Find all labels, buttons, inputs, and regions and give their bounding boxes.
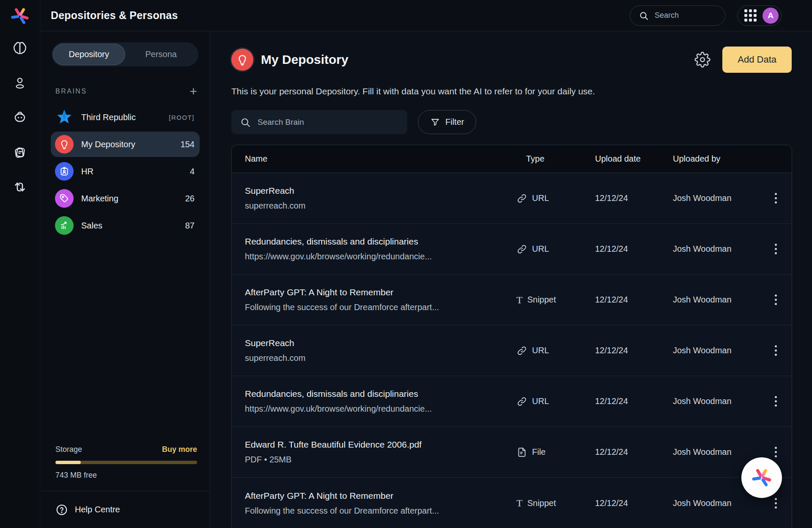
table-header: Name Type Upload date Uploaded by: [232, 145, 792, 173]
data-table: Name Type Upload date Uploaded by SuperR…: [231, 145, 792, 528]
brain-name: Sales: [81, 221, 178, 231]
storage-progress-bar: [55, 461, 197, 464]
avatar[interactable]: A: [763, 8, 779, 24]
top-bar: Depositories & Personas A: [40, 0, 812, 31]
star-icon: [55, 108, 74, 126]
table-row[interactable]: Edward R. Tufte Beautiful Evidence 2006.…: [232, 427, 792, 478]
brain-item-my-depository[interactable]: My Depository 154: [51, 132, 200, 157]
tab-persona[interactable]: Persona: [125, 44, 198, 65]
col-name: Name: [245, 154, 516, 164]
app-logo-icon[interactable]: [9, 5, 31, 27]
text-snippet-icon: T: [516, 498, 523, 508]
row-menu-button[interactable]: [769, 393, 782, 410]
row-type: Snippet: [527, 295, 556, 305]
col-uploaded-by: Uploaded by: [673, 154, 769, 164]
col-type: Type: [516, 154, 595, 164]
row-menu-button[interactable]: [769, 443, 782, 461]
table-row[interactable]: Redundancies, dismissals and disciplinar…: [232, 224, 792, 275]
brain-search[interactable]: [231, 110, 407, 134]
brain-name: Third Republic: [81, 113, 161, 122]
row-date: 12/12/24: [595, 295, 673, 305]
row-type: URL: [532, 396, 549, 406]
apps-grid-icon[interactable]: [744, 9, 757, 22]
row-title: AfterParty GPT: A Night to Remember: [245, 491, 516, 501]
depository-lightbulb-icon: [231, 49, 253, 71]
row-subtitle: PDF • 25MB: [245, 455, 516, 465]
row-menu-button[interactable]: [769, 291, 782, 308]
depository-title: My Depository: [261, 52, 348, 67]
row-title: Redundancies, dismissals and disciplinar…: [245, 389, 516, 399]
funnel-icon: [430, 117, 440, 127]
help-centre-button[interactable]: Help Centre: [41, 491, 210, 528]
row-uploaded-by: Josh Woodman: [673, 193, 769, 203]
add-data-button[interactable]: Add Data: [722, 47, 792, 73]
text-snippet-icon: T: [516, 295, 523, 305]
brain-count: 4: [190, 167, 195, 176]
brain-count: 26: [185, 194, 195, 204]
storage-label: Storage: [55, 445, 82, 454]
row-type: Snippet: [527, 498, 556, 508]
row-date: 12/12/24: [595, 447, 673, 457]
lightbulb-icon: [55, 135, 74, 154]
personas-nav-icon[interactable]: [11, 74, 29, 92]
brain-item-marketing[interactable]: Marketing 26: [51, 186, 200, 211]
row-type: URL: [532, 346, 549, 355]
mode-toggle: Depository Persona: [52, 42, 198, 66]
filter-button[interactable]: Filter: [418, 110, 476, 134]
account-pill: A: [737, 6, 782, 26]
brain-item-third-republic[interactable]: Third Republic [ROOT]: [51, 104, 200, 130]
row-uploaded-by: Josh Woodman: [673, 295, 769, 305]
tag-icon: [55, 189, 74, 208]
row-subtitle: superreach.com: [245, 201, 516, 211]
table-row[interactable]: AfterParty GPT: A Night to Remember Foll…: [232, 275, 792, 325]
brains-section-label: BRAINS: [55, 88, 87, 95]
row-menu-button[interactable]: [769, 240, 782, 258]
cards-nav-icon[interactable]: [11, 143, 29, 162]
tab-depository[interactable]: Depository: [53, 44, 125, 65]
row-subtitle: superreach.com: [245, 353, 516, 363]
table-row[interactable]: Redundancies, dismissals and disciplinar…: [232, 376, 792, 427]
page-title: Depositories & Personas: [51, 9, 178, 22]
buy-more-link[interactable]: Buy more: [162, 445, 197, 454]
row-title: Edward R. Tufte Beautiful Evidence 2006.…: [245, 440, 516, 450]
app-logo-icon: [751, 467, 772, 488]
brain-count: 87: [185, 221, 195, 231]
row-type: URL: [532, 244, 549, 254]
brain-item-hr[interactable]: HR 4: [51, 159, 200, 184]
link-icon: [516, 345, 527, 356]
brain-name: HR: [81, 167, 182, 176]
row-subtitle: https://www.gov.uk/browse/working/redund…: [245, 404, 516, 414]
table-row[interactable]: SuperReach superreach.com URL 12/12/24 J…: [232, 325, 792, 376]
table-row[interactable]: SuperReach superreach.com URL 12/12/24 J…: [232, 173, 792, 224]
brain-name: Marketing: [81, 194, 178, 204]
brain-item-sales[interactable]: Sales 87: [51, 213, 200, 238]
sync-nav-icon[interactable]: [11, 178, 29, 196]
row-title: SuperReach: [245, 186, 516, 196]
brain-search-input[interactable]: [258, 118, 393, 127]
row-menu-button[interactable]: [769, 190, 782, 207]
table-row[interactable]: AfterParty GPT: A Night to Remember Foll…: [232, 478, 792, 528]
file-icon: [516, 447, 527, 458]
bot-nav-icon[interactable]: [11, 108, 29, 127]
row-date: 12/12/24: [595, 498, 673, 508]
gear-icon[interactable]: [694, 52, 710, 68]
storage-panel: Storage Buy more 743 MB free: [55, 445, 197, 491]
help-icon: [55, 503, 68, 516]
filter-label: Filter: [445, 117, 464, 127]
global-search[interactable]: [630, 6, 725, 26]
assistant-fab[interactable]: [741, 457, 782, 498]
search-icon: [639, 11, 649, 21]
add-brain-button[interactable]: +: [189, 85, 197, 98]
main-panel: My Depository Add Data This is your pers…: [211, 31, 812, 528]
global-search-input[interactable]: [655, 11, 714, 20]
row-uploaded-by: Josh Woodman: [673, 447, 769, 457]
row-menu-button[interactable]: [769, 342, 782, 359]
row-date: 12/12/24: [595, 346, 673, 355]
brains-nav-icon[interactable]: [11, 39, 29, 58]
row-uploaded-by: Josh Woodman: [673, 498, 769, 508]
link-icon: [516, 396, 527, 407]
row-type: File: [532, 447, 546, 457]
row-menu-button[interactable]: [769, 495, 782, 512]
id-badge-icon: [55, 162, 74, 181]
root-badge: [ROOT]: [169, 114, 195, 121]
